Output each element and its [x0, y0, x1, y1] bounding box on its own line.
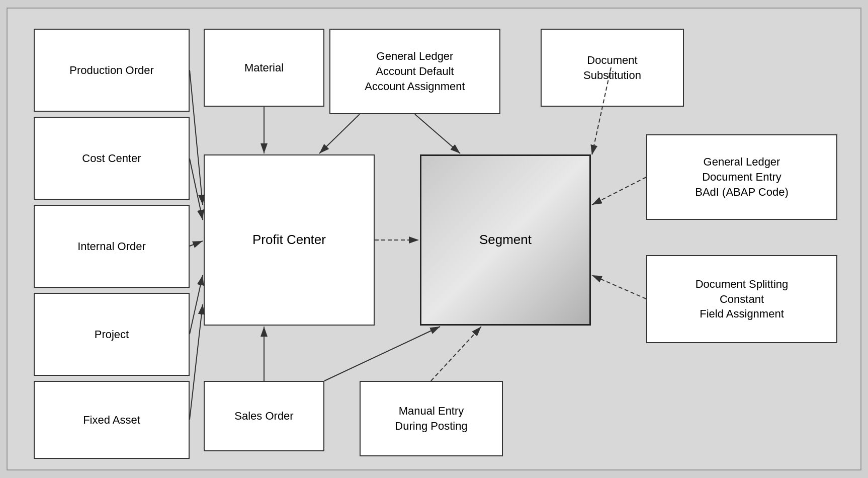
svg-line-3 [190, 158, 203, 220]
svg-line-2 [190, 70, 203, 205]
box-production-order: Production Order [34, 29, 190, 112]
box-material: Material [204, 29, 324, 107]
diagram-container: Production Order Cost Center Internal Or… [7, 8, 861, 470]
box-manual-entry: Manual Entry During Posting [360, 381, 503, 456]
box-gl-account: General Ledger Account Default Account A… [329, 29, 500, 114]
box-profit-center: Profit Center [204, 154, 375, 326]
box-gl-badi: General Ledger Document Entry BAdI (ABAP… [646, 134, 837, 220]
svg-line-12 [431, 327, 481, 381]
box-project: Project [34, 293, 190, 376]
svg-line-4 [190, 241, 203, 246]
svg-line-8 [319, 114, 360, 153]
box-cost-center: Cost Center [34, 117, 190, 200]
box-fixed-asset: Fixed Asset [34, 381, 190, 459]
svg-line-15 [592, 275, 646, 299]
svg-line-5 [190, 275, 203, 334]
box-sales-order: Sales Order [204, 381, 324, 451]
box-segment: Segment [420, 154, 591, 326]
box-doc-splitting: Document Splitting Constant Field Assign… [646, 255, 837, 343]
svg-line-16 [324, 327, 440, 381]
box-internal-order: Internal Order [34, 205, 190, 288]
svg-line-14 [592, 177, 646, 205]
svg-line-9 [415, 114, 460, 153]
svg-line-6 [190, 304, 203, 420]
box-doc-substitution: Document Substitution [541, 29, 684, 107]
